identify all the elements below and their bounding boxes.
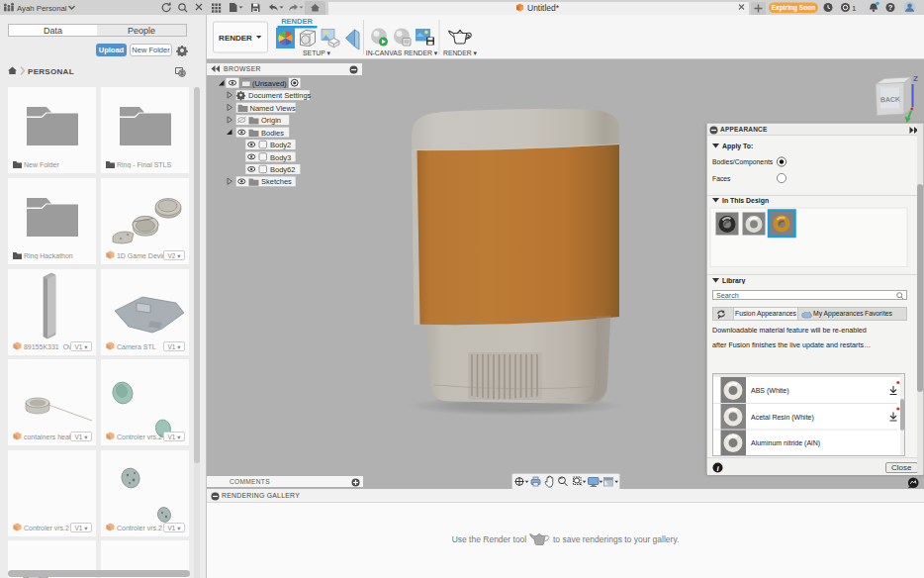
svg-text:BACK: BACK <box>880 96 900 104</box>
svg-text:Expiring Soon: Expiring Soon <box>772 4 816 12</box>
svg-text:(Unsaved): (Unsaved) <box>252 79 287 88</box>
svg-text:?: ? <box>888 3 893 12</box>
svg-text:Aluminum nitride (AlN): Aluminum nitride (AlN) <box>751 439 820 447</box>
svg-text:Sketches: Sketches <box>261 177 292 186</box>
svg-text:SETUP ▾: SETUP ▾ <box>303 49 330 56</box>
svg-text:Acetal Resin (White): Acetal Resin (White) <box>751 414 814 422</box>
svg-text:RENDER: RENDER <box>281 17 313 26</box>
svg-text:IN-CANVAS RENDER ▾: IN-CANVAS RENDER ▾ <box>366 49 438 56</box>
svg-text:Origin: Origin <box>261 116 281 125</box>
svg-text:In This Design: In This Design <box>722 197 769 205</box>
svg-text:Library: Library <box>722 277 746 284</box>
svg-text:PERSONAL: PERSONAL <box>28 67 74 76</box>
svg-text:Named Views: Named Views <box>250 104 296 113</box>
svg-text:Document Settings: Document Settings <box>248 91 312 100</box>
svg-text:Z: Z <box>913 74 918 83</box>
svg-text:Bodies/Components: Bodies/Components <box>712 158 774 166</box>
svg-text:RENDER ▾: RENDER ▾ <box>443 49 478 56</box>
svg-text:Untitled*: Untitled* <box>527 3 560 13</box>
svg-text:Bodies: Bodies <box>261 129 284 138</box>
svg-text:Body62: Body62 <box>270 165 295 174</box>
svg-text:ABS (White): ABS (White) <box>751 387 789 395</box>
svg-text:Body2: Body2 <box>270 141 291 149</box>
svg-text:Faces: Faces <box>712 175 731 182</box>
svg-text:RENDER: RENDER <box>219 34 252 43</box>
svg-text:Ayah Personal: Ayah Personal <box>17 4 67 13</box>
svg-text:Body3: Body3 <box>270 153 291 162</box>
svg-text:1: 1 <box>852 4 857 13</box>
svg-text:Apply To:: Apply To: <box>722 143 753 150</box>
